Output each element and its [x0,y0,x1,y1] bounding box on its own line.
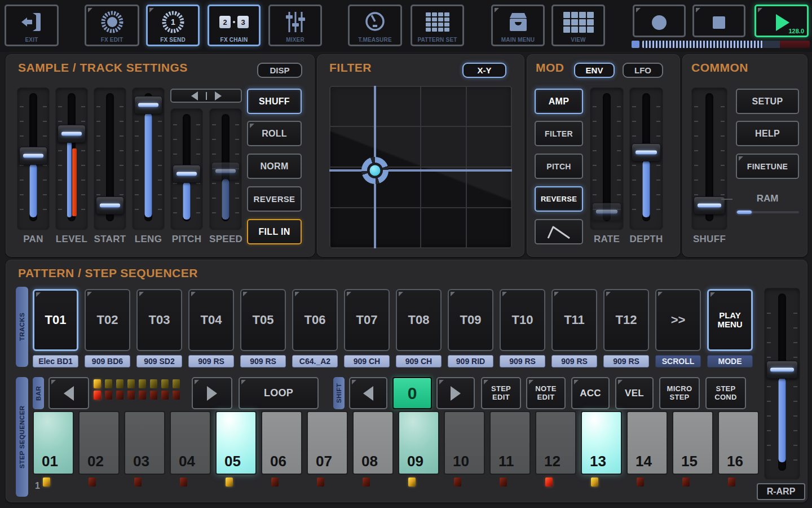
step-pad-06[interactable]: 06 [261,411,302,475]
roll-button[interactable]: ROLL [247,121,302,146]
exit-button[interactable]: EXIT [5,5,59,46]
common-shuff-fader[interactable]: SHUFF [691,87,727,230]
step-pad-03[interactable]: 03 [124,411,165,475]
step-cond-button[interactable]: STEP COND [705,377,746,409]
mod-filter-button[interactable]: FILTER [535,121,583,146]
stop-button[interactable] [692,5,745,37]
track-button-T12[interactable]: T12 [603,289,649,351]
step-edit-button[interactable]: STEP EDIT [481,377,521,409]
env-tab[interactable]: ENV [574,63,615,78]
vel-button[interactable]: VEL [615,377,654,409]
pattern-set-icon [412,8,462,36]
speed-fader[interactable]: SPEED [209,108,242,230]
pan-fader[interactable]: PAN [17,87,50,230]
common-panel: COMMON SHUFF SETUP HELP FINETUNE RAM [682,54,807,257]
start-fader[interactable]: START [94,87,126,230]
xy-mode-button[interactable]: X-Y [462,63,506,78]
shift-tab[interactable]: SHIFT [333,377,345,409]
step-sequencer-tab[interactable]: STEP SEQUENCER [16,377,28,497]
bar-next-button[interactable] [192,377,232,409]
shift-counter-display[interactable]: 0 [392,377,432,409]
step-pad-12[interactable]: 12 [535,411,576,475]
filter-xy-pad[interactable] [329,86,512,248]
step-pad-07[interactable]: 07 [307,411,348,475]
reverse-button[interactable]: REVERSE [247,186,302,212]
step-pad-14[interactable]: 14 [626,411,668,475]
level-fader[interactable]: LEVEL [55,87,88,230]
record-button[interactable] [633,5,686,37]
ram-slider[interactable] [736,211,799,213]
tracks-tab[interactable]: TRACKS [16,287,28,367]
mixer-button[interactable]: MIXER [268,5,322,46]
bar-number: 1 [35,481,40,491]
shift-next-button[interactable] [436,377,475,409]
fx-edit-button[interactable]: FX EDIT [85,5,139,46]
step-pad-08[interactable]: 08 [352,411,394,475]
track-button-T06[interactable]: T06 [292,289,338,351]
bar-prev-button[interactable] [48,377,89,409]
setup-button[interactable]: SETUP [736,89,799,114]
track-button-T09[interactable]: T09 [448,289,493,351]
step-pad-15[interactable]: 15 [672,411,713,475]
step-pad-11[interactable]: 11 [489,411,531,475]
track-button-PLAYMENU[interactable]: PLAY MENU [707,289,753,351]
r-arp-button[interactable]: R-ARP [757,483,805,500]
main-menu-button[interactable]: MAIN MENU [491,5,545,46]
sample-prev-next-buttons[interactable] [170,89,242,103]
track-button-T01[interactable]: T01 [33,289,78,351]
disp-button[interactable]: DISP [257,63,302,78]
xy-cursor-knob[interactable] [361,157,389,184]
track-button-T04[interactable]: T04 [188,289,234,351]
step-pad-05[interactable]: 05 [215,411,257,475]
help-button[interactable]: HELP [736,121,799,146]
track-button-T11[interactable]: T11 [551,289,597,351]
mod-envelope-shape-button[interactable] [535,219,583,244]
step-pad-16[interactable]: 16 [718,411,759,475]
step-pad-10[interactable]: 10 [444,411,485,475]
mod-depth-fader[interactable]: DEPTH [629,87,663,230]
loop-button[interactable]: LOOP [239,377,319,409]
track-button-T05[interactable]: T05 [240,289,286,351]
micro-step-button[interactable]: MICRO STEP [659,377,700,409]
track-badge: 909 CH [396,355,442,367]
track-button-[interactable]: >> [655,289,701,351]
view-button[interactable]: VIEW [551,5,605,46]
step-pad-01[interactable]: 01 [33,411,74,475]
pitch-fader[interactable]: PITCH [170,108,203,230]
mod-pitch-button[interactable]: PITCH [535,154,583,179]
step-pad-04[interactable]: 04 [170,411,211,475]
note-edit-button[interactable]: NOTE EDIT [526,377,566,409]
play-button[interactable]: 128.0 [754,5,809,37]
track-button-T08[interactable]: T08 [396,289,442,351]
g-stomper-studio-app: EXIT FX EDIT 1 FX SEND [0,0,812,508]
acc-button[interactable]: ACC [571,377,610,409]
track-button-T03[interactable]: T03 [136,289,182,351]
pattern-set-button[interactable]: PATTERN SET [411,5,464,46]
track-button-T10[interactable]: T10 [500,289,545,351]
memory-bar-track [642,41,810,48]
track-button-T07[interactable]: T07 [344,289,390,351]
bar-tab[interactable]: BAR [33,377,44,409]
pattern-side-fader[interactable] [764,288,800,480]
step-pad-02[interactable]: 02 [78,411,120,475]
leng-fader[interactable]: LENG [132,87,165,230]
ram-slider-handle[interactable] [737,211,752,214]
fx-send-button[interactable]: 1 FX SEND [146,5,200,46]
mod-rate-fader[interactable]: RATE [590,87,624,230]
norm-button[interactable]: NORM [247,154,302,179]
lfo-tab[interactable]: LFO [623,63,663,78]
finetune-button[interactable]: FINETUNE [736,154,799,179]
step-pad-13[interactable]: 13 [581,411,622,475]
bpm-readout: 128.0 [788,28,804,34]
step-pad-09[interactable]: 09 [398,411,439,475]
fill-in-button[interactable]: FILL IN [247,219,302,244]
step-cell: 10 [444,411,485,487]
track-button-T02[interactable]: T02 [85,289,130,351]
shuff-button[interactable]: SHUFF [247,89,302,114]
shift-prev-button[interactable] [349,377,387,409]
mod-amp-button[interactable]: AMP [535,89,583,114]
track-badge: 909 RS [551,355,597,367]
fx-chain-button[interactable]: 2 3 FX CHAIN [208,5,261,46]
mod-reverse-button[interactable]: REVERSE [535,186,583,212]
t-measure-button[interactable]: T.MEASURE [348,5,402,46]
